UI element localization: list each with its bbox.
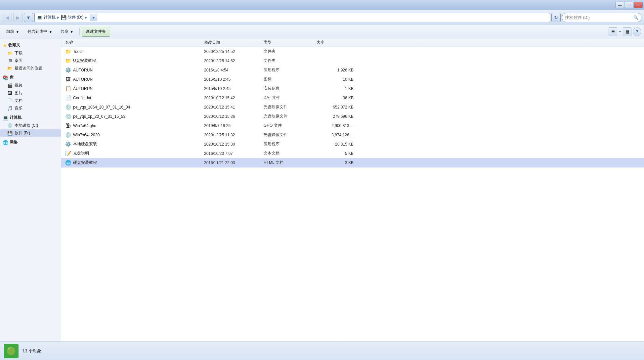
breadcrumb-dropdown[interactable]: ▶ bbox=[90, 14, 97, 21]
organize-arrow-icon: ▼ bbox=[16, 29, 20, 34]
share-button[interactable]: 共享 ▼ bbox=[57, 27, 77, 37]
sidebar-item-docs[interactable]: 📄 文档 bbox=[0, 97, 61, 105]
sidebar-item-pictures[interactable]: 🖼 图片 bbox=[0, 89, 61, 97]
file-name: AUTORUN bbox=[73, 68, 93, 72]
search-input[interactable] bbox=[565, 15, 632, 20]
search-icon: 🔍 bbox=[633, 15, 638, 20]
table-row[interactable]: 📄 Config.dat 2020/10/12 15:42 DAT 文件 36 … bbox=[61, 93, 644, 103]
breadcrumb-computer[interactable]: 计算机 bbox=[44, 15, 56, 20]
breadcrumb-computer-icon: 💻 bbox=[37, 15, 42, 20]
file-icon: 📝 bbox=[65, 151, 71, 157]
status-icon: 🟢 bbox=[4, 344, 19, 358]
table-row[interactable]: 🌐 硬盘安装教程 2016/11/21 22:03 HTML 文档 3 KB bbox=[61, 158, 644, 167]
table-row[interactable]: 💿 pe_yqs_xp_20_07_31_15_53 2020/10/12 15… bbox=[61, 112, 644, 121]
sidebar-favorites-label: 收藏夹 bbox=[8, 42, 20, 48]
sidebar-item-c-drive[interactable]: 💿 本地磁盘 (C:) bbox=[0, 122, 61, 129]
file-icon: 📄 bbox=[65, 95, 71, 101]
file-type-cell: 应用程序 bbox=[262, 67, 315, 73]
view-list-button[interactable]: ☰ bbox=[609, 27, 617, 36]
computer-icon: 💻 bbox=[3, 115, 8, 120]
organize-button[interactable]: 组织 ▼ bbox=[3, 27, 23, 37]
search-bar[interactable]: 🔍 bbox=[562, 13, 641, 22]
view-list-icon: ☰ bbox=[611, 29, 615, 34]
forward-button[interactable]: ▶ bbox=[13, 13, 22, 22]
file-icon: 🖼 bbox=[65, 76, 71, 82]
table-row[interactable]: 📁 Tools 2020/12/25 14:52 文件夹 bbox=[61, 47, 644, 56]
share-arrow-icon: ▼ bbox=[70, 29, 74, 34]
file-type-cell: 文本文档 bbox=[262, 151, 315, 156]
sidebar-section-computer: 💻 计算机 💿 本地磁盘 (C:) 💾 软件 (D:) bbox=[0, 113, 61, 137]
file-icon: 💿 bbox=[65, 132, 71, 138]
file-name-cell: 💿 pe_yqs_xp_20_07_31_15_53 bbox=[64, 113, 203, 119]
file-name-cell: 💿 pe_yqs_1064_20_07_31_16_04 bbox=[64, 104, 203, 110]
include-arrow-icon: ▼ bbox=[49, 29, 53, 34]
file-size-cell: 36 KB bbox=[315, 96, 355, 100]
file-size-cell: 2,900,813 ... bbox=[315, 123, 355, 128]
table-row[interactable]: ⚙️ 本地硬盘安装 2020/10/12 15:30 应用程序 28,315 K… bbox=[61, 140, 644, 149]
table-row[interactable]: 💿 Win7x64_2020 2020/12/25 11:32 光盘映像文件 3… bbox=[61, 130, 644, 140]
sidebar-item-download-label: 下载 bbox=[15, 50, 22, 56]
file-date-cell: 2020/12/25 14:52 bbox=[203, 59, 262, 63]
table-row[interactable]: 📋 AUTORUN 2015/5/10 2:45 安装信息 1 KB bbox=[61, 84, 644, 93]
sidebar-item-recent[interactable]: 📂 最近访问的位置 bbox=[0, 65, 61, 72]
sidebar-header-library[interactable]: 📚 库 bbox=[0, 73, 61, 82]
sidebar-item-video-label: 视频 bbox=[15, 83, 22, 88]
file-name: Win7x64_2020 bbox=[73, 133, 100, 137]
table-row[interactable]: 🖼 AUTORUN 2015/5/10 2:45 图标 10 KB bbox=[61, 75, 644, 84]
pictures-icon: 🖼 bbox=[7, 91, 13, 96]
view-toggle: ☰ ▼ ▦ ? bbox=[609, 27, 641, 36]
table-row[interactable]: 📁 U盘安装教程 2020/12/25 14:52 文件夹 bbox=[61, 56, 644, 66]
sidebar-header-computer[interactable]: 💻 计算机 bbox=[0, 113, 61, 122]
sidebar-network-label: 网络 bbox=[10, 140, 18, 145]
file-name-cell: 📝 光盘说明 bbox=[64, 151, 203, 157]
col-header-name[interactable]: 名称 bbox=[64, 40, 203, 45]
file-name: 光盘说明 bbox=[73, 151, 89, 156]
col-header-size[interactable]: 大小 bbox=[315, 40, 355, 45]
file-type-cell: 图标 bbox=[262, 76, 315, 82]
recent-button[interactable]: ▼ bbox=[24, 13, 33, 22]
breadcrumb-arrow-2: ▶ bbox=[85, 16, 87, 19]
sidebar-item-d-drive[interactable]: 💾 软件 (D:) bbox=[0, 129, 61, 137]
sidebar-item-desktop[interactable]: 🖥 桌面 bbox=[0, 57, 61, 65]
file-name-cell: 🌐 硬盘安装教程 bbox=[64, 160, 203, 166]
organize-label: 组织 bbox=[6, 29, 14, 34]
file-size-cell: 652,072 KB bbox=[315, 105, 355, 110]
col-header-date[interactable]: 修改日期 bbox=[203, 40, 262, 45]
new-folder-button[interactable]: 新建文件夹 bbox=[82, 27, 110, 37]
share-label: 共享 bbox=[61, 29, 68, 34]
sidebar-item-d-drive-label: 软件 (D:) bbox=[15, 130, 30, 136]
file-date-cell: 2020/12/25 11:32 bbox=[203, 133, 262, 137]
file-date-cell: 2020/10/12 15:30 bbox=[203, 142, 262, 147]
d-drive-icon: 💾 bbox=[7, 131, 13, 136]
sidebar-header-network[interactable]: 🌐 网络 bbox=[0, 138, 61, 147]
col-header-type[interactable]: 类型 bbox=[262, 40, 315, 45]
help-button[interactable]: ? bbox=[633, 27, 641, 36]
new-folder-label: 新建文件夹 bbox=[86, 29, 106, 34]
sidebar-item-video[interactable]: 🎬 视频 bbox=[0, 82, 61, 89]
sidebar-item-download[interactable]: 📁 下载 bbox=[0, 49, 61, 57]
sidebar-item-docs-label: 文档 bbox=[15, 98, 22, 104]
file-type-cell: 光盘映像文件 bbox=[262, 113, 315, 119]
breadcrumb-drive[interactable]: 软件 (D:) bbox=[68, 15, 83, 20]
table-row[interactable]: 🗜 Win7x64.gho 2019/9/7 19:25 GHO 文件 2,90… bbox=[61, 121, 644, 130]
table-row[interactable]: 📝 光盘说明 2016/10/23 7:07 文本文档 5 KB bbox=[61, 149, 644, 158]
maximize-button[interactable]: □ bbox=[625, 2, 633, 8]
file-type-cell: DAT 文件 bbox=[262, 95, 315, 101]
sidebar: ★ 收藏夹 📁 下载 🖥 桌面 📂 最近访问的位置 📚 库 bbox=[0, 38, 61, 341]
close-button[interactable]: ✕ bbox=[634, 2, 643, 8]
sidebar-item-music[interactable]: 🎵 音乐 bbox=[0, 105, 61, 112]
view-details-button[interactable]: ▦ bbox=[623, 27, 631, 36]
sidebar-header-favorites[interactable]: ★ 收藏夹 bbox=[0, 41, 61, 49]
table-row[interactable]: ⚙️ AUTORUN 2016/1/8 4:54 应用程序 1,926 KB bbox=[61, 66, 644, 75]
refresh-button[interactable]: ↻ bbox=[551, 13, 561, 22]
include-button[interactable]: 包含到库中 ▼ bbox=[24, 27, 56, 37]
file-date-cell: 2020/10/12 15:41 bbox=[203, 105, 262, 110]
toolbar: 组织 ▼ 包含到库中 ▼ 共享 ▼ 新建文件夹 ☰ ▼ ▦ ? bbox=[0, 25, 644, 38]
file-icon: 📋 bbox=[65, 86, 71, 92]
back-button[interactable]: ◀ bbox=[3, 13, 12, 22]
video-icon: 🎬 bbox=[7, 83, 13, 88]
minimize-button[interactable]: — bbox=[616, 2, 624, 8]
sidebar-section-library: 📚 库 🎬 视频 🖼 图片 📄 文档 🎵 音乐 bbox=[0, 73, 61, 112]
recent-icon: 📂 bbox=[7, 66, 13, 71]
table-row[interactable]: 💿 pe_yqs_1064_20_07_31_16_04 2020/10/12 … bbox=[61, 103, 644, 112]
